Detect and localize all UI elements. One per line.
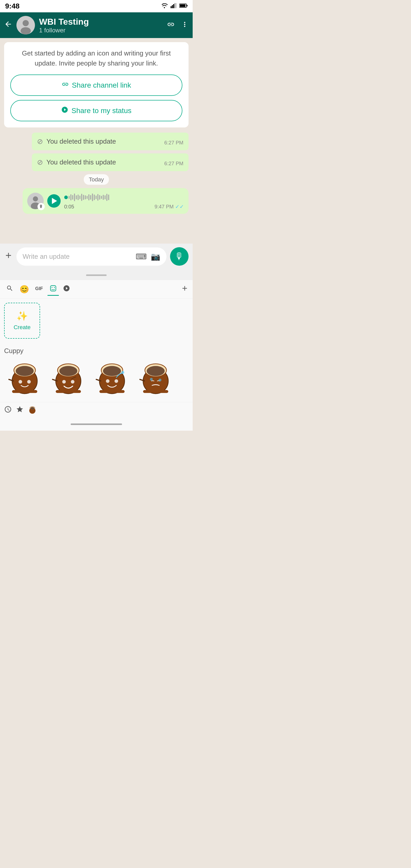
voice-sender-avatar: 🎙 — [27, 193, 44, 209]
message-input-area: Write an update ⌨ 📷 🎙 — [0, 244, 193, 269]
svg-rect-31 — [56, 390, 81, 393]
voice-play-button[interactable] — [47, 194, 61, 208]
stickers-grid — [0, 357, 193, 402]
emoji-bottom-nav — [0, 402, 193, 418]
sticker-item-1[interactable] — [48, 357, 89, 398]
waveform-bar — [69, 196, 70, 199]
voice-check-icon: ✓✓ — [175, 204, 184, 210]
svg-rect-3 — [175, 3, 176, 8]
waveform-bar — [96, 195, 97, 199]
date-label: Today — [84, 174, 109, 185]
svg-rect-7 — [187, 5, 188, 6]
svg-point-49 — [30, 407, 34, 410]
message-input-box[interactable]: Write an update ⌨ 📷 — [17, 247, 166, 266]
sticker-pack-thumb[interactable] — [28, 405, 38, 415]
waveform-bar — [85, 195, 86, 199]
emoji-search-tab[interactable] — [4, 283, 15, 296]
wifi-icon — [161, 3, 168, 9]
channel-avatar — [17, 16, 35, 34]
deleted-message-1: ⊘ You deleted this update 6:27 PM — [32, 132, 189, 150]
sticker-tab[interactable] — [48, 283, 59, 296]
svg-point-21 — [19, 380, 22, 384]
status-time: 9:48 — [5, 2, 20, 10]
sticker-item-2[interactable] — [91, 357, 132, 398]
emoji-toolbar: 😊 GIF — [0, 280, 193, 299]
deleted-icon-1: ⊘ — [37, 137, 43, 146]
channel-title: WBI Testing — [39, 17, 163, 27]
waveform-bar — [77, 194, 78, 200]
svg-rect-6 — [180, 4, 186, 7]
voice-message-bubble: 🎙 — [23, 188, 189, 214]
waveform-bar — [83, 195, 84, 200]
deleted-time-1: 6:27 PM — [164, 140, 183, 146]
share-channel-link-button[interactable]: Share channel link — [10, 74, 182, 96]
sticker-item-0[interactable] — [4, 357, 45, 398]
mic-button[interactable]: 🎙 — [170, 247, 189, 266]
header: WBI Testing 1 follower — [0, 12, 193, 38]
header-action-icons — [167, 21, 189, 30]
share-channel-link-label: Share channel link — [72, 81, 131, 89]
sticker-pack-label: Cuppy — [0, 343, 193, 357]
share-to-status-button[interactable]: Share to my status — [10, 100, 182, 121]
svg-point-36 — [115, 379, 118, 383]
bubble-sticker-tab[interactable] — [61, 283, 72, 296]
status-bar: 9:48 — [0, 0, 193, 12]
emoji-favorites-tab[interactable] — [16, 405, 24, 415]
voice-bottom-row: 0:05 9:47 PM ✓✓ — [64, 204, 184, 210]
intro-description: Get started by adding an icon and writin… — [10, 48, 182, 68]
deleted-text-2: You deleted this update — [46, 158, 159, 166]
sticker-item-3[interactable] — [135, 357, 176, 398]
deleted-time-2: 6:27 PM — [164, 161, 183, 166]
link-icon[interactable] — [167, 21, 175, 30]
attach-button[interactable] — [4, 251, 13, 262]
waveform-bar — [80, 195, 81, 199]
svg-point-20 — [16, 366, 34, 376]
play-icon — [52, 198, 57, 204]
svg-point-39 — [121, 371, 124, 374]
waveform-bar — [94, 194, 95, 200]
status-icons — [161, 3, 188, 9]
waveform-bar — [72, 195, 73, 200]
svg-point-22 — [27, 380, 31, 384]
svg-rect-4 — [176, 3, 177, 8]
deleted-text-1: You deleted this update — [46, 137, 159, 146]
home-bar — [71, 424, 122, 425]
waveform-bar — [103, 195, 104, 200]
drag-handle — [0, 269, 193, 280]
svg-point-29 — [71, 380, 74, 384]
waveform-bar — [74, 193, 75, 201]
share-status-icon — [61, 106, 68, 115]
svg-rect-0 — [170, 6, 171, 8]
channel-info[interactable]: WBI Testing 1 follower — [39, 17, 163, 34]
keyboard-icon[interactable]: ⌨ — [136, 252, 147, 261]
input-action-icons: ⌨ 📷 — [136, 252, 160, 261]
microphone-icon: 🎙 — [175, 251, 184, 262]
svg-rect-2 — [173, 4, 174, 8]
svg-point-34 — [103, 366, 121, 376]
battery-icon — [179, 3, 188, 9]
chat-area: Get started by adding an icon and writin… — [0, 38, 193, 244]
svg-point-9 — [23, 20, 29, 26]
emoji-face-tab[interactable]: 😊 — [18, 283, 31, 296]
svg-point-28 — [62, 380, 66, 384]
gif-tab[interactable]: GIF — [33, 283, 45, 296]
svg-text:GIF: GIF — [35, 286, 43, 291]
signal-icon — [170, 3, 177, 9]
emoji-recents-tab[interactable] — [4, 405, 12, 415]
add-emoji-button[interactable] — [181, 284, 189, 294]
waveform-bar — [108, 194, 109, 200]
svg-rect-15 — [51, 286, 56, 291]
camera-icon[interactable]: 📷 — [151, 252, 160, 261]
svg-point-45 — [150, 378, 153, 380]
sticker-create-section: ✨ Create — [0, 299, 193, 343]
create-sticker-button[interactable]: ✨ Create — [4, 303, 40, 339]
more-options-icon[interactable] — [181, 21, 189, 30]
back-button[interactable] — [4, 20, 12, 31]
waveform-bar — [92, 193, 93, 201]
emoji-keyboard: 😊 GIF ✨ C — [0, 280, 193, 418]
waveform-bar — [88, 194, 89, 200]
svg-point-17 — [54, 287, 55, 288]
voice-time: 9:47 PM — [155, 204, 173, 210]
deleted-icon-2: ⊘ — [37, 158, 43, 166]
waveform-bar — [76, 195, 77, 199]
